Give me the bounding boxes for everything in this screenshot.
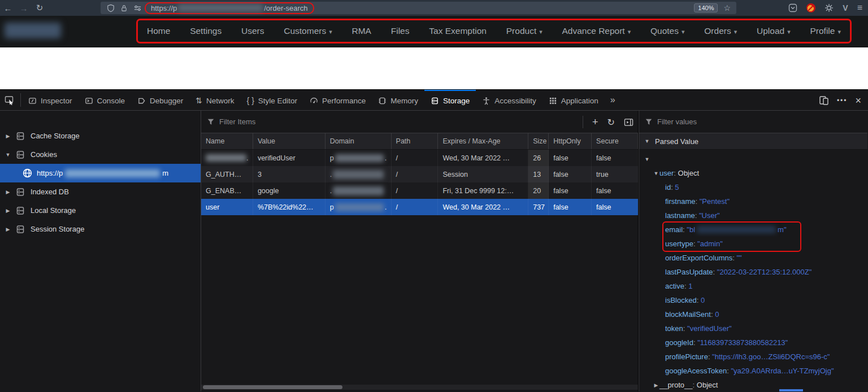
- nav-item-settings[interactable]: Settings: [190, 26, 222, 36]
- tree-prop-lastpasupdate[interactable]: lastPasUpdate: "2022-03-22T12:35:12.000Z…: [639, 265, 867, 279]
- twisty-collapsed-icon[interactable]: ▶: [653, 382, 659, 388]
- pick-element-button[interactable]: [0, 90, 19, 110]
- horizontal-scrollbar[interactable]: [201, 385, 638, 390]
- close-icon[interactable]: ×: [855, 95, 861, 107]
- tree-prop-orderexportcolumns[interactable]: orderExportColumns: "": [639, 251, 867, 265]
- col-header-name[interactable]: Name: [201, 133, 253, 149]
- twisty-expanded-icon[interactable]: ▼: [644, 138, 650, 144]
- scrollbar-thumb[interactable]: [203, 385, 342, 389]
- tab-console[interactable]: Console: [79, 90, 132, 110]
- responsive-mode-icon[interactable]: [819, 95, 829, 106]
- table-actions: + ↻: [583, 111, 633, 133]
- orange-addon-icon[interactable]: [806, 3, 815, 12]
- storage-type-icon: [16, 132, 25, 141]
- nav-item-product[interactable]: Product▾: [506, 26, 542, 36]
- tree-prop-lastname[interactable]: lastname: "User": [639, 208, 867, 223]
- back-button[interactable]: ←: [0, 3, 16, 13]
- tab-inspector[interactable]: Inspector: [22, 90, 79, 110]
- col-header-path[interactable]: Path: [392, 133, 439, 149]
- tree-prop-googleacesstoken[interactable]: googleAcessToken: "ya29.A0ARrda…uY-TZmyj…: [639, 364, 867, 378]
- sidebar-item-session-storage[interactable]: ▶ Session Storage: [0, 220, 201, 238]
- tree-prop-firstname[interactable]: firstname: "Pentest": [639, 194, 867, 208]
- twisty-expanded-icon[interactable]: ▼: [5, 152, 11, 158]
- tree-prop-usertype[interactable]: usertype: "admin": [639, 237, 867, 251]
- parsed-value-panel: Filter values ▼ Parsed Value ▼ ▼user: Ob…: [639, 111, 867, 391]
- col-header-value[interactable]: Value: [253, 133, 326, 149]
- sidebar-item-cache-storage[interactable]: ▶ Cache Storage: [0, 127, 201, 145]
- sidebar-item-cookie-origin[interactable]: https://p m: [0, 164, 201, 182]
- tab-network[interactable]: ⇅ Network: [189, 90, 240, 110]
- gear-addon-icon[interactable]: [824, 3, 834, 12]
- twisty-collapsed-icon[interactable]: ▶: [5, 208, 11, 214]
- tab-style-editor[interactable]: { } Style Editor: [241, 90, 303, 110]
- nav-item-customers[interactable]: Customers▾: [284, 26, 332, 36]
- tab-storage[interactable]: Storage: [424, 90, 476, 110]
- forward-button[interactable]: →: [16, 3, 32, 13]
- filter-items-input[interactable]: Filter Items: [219, 117, 255, 126]
- devtools-menu-icon[interactable]: •••: [837, 97, 848, 104]
- tab-application[interactable]: Application: [542, 90, 605, 110]
- sidebar-item-local-storage[interactable]: ▶ Local Storage: [0, 201, 201, 220]
- table-row[interactable]: G_AUTH… 3 . / Session 13 false true: [201, 166, 638, 182]
- nav-item-tax-exemption[interactable]: Tax Exemption: [429, 26, 487, 36]
- nav-item-users[interactable]: Users: [241, 26, 264, 36]
- tree-node-user[interactable]: ▼user: Object: [639, 166, 867, 180]
- scrollbar-thumb[interactable]: [779, 389, 803, 391]
- nav-item-advance-report[interactable]: Advance Report▾: [562, 26, 631, 36]
- sidebar-item-cookies[interactable]: ▼ Cookies: [0, 145, 201, 164]
- twisty-collapsed-icon[interactable]: ▶: [5, 189, 11, 195]
- nav-item-upload[interactable]: Upload▾: [757, 26, 791, 36]
- nav-item-home[interactable]: Home: [147, 26, 170, 36]
- tree-prop-googleid[interactable]: googleId: "116839733873880582213": [639, 336, 867, 350]
- tab-memory[interactable]: Memory: [372, 90, 424, 110]
- pocket-icon[interactable]: [788, 3, 797, 12]
- v-addon-icon[interactable]: V: [843, 3, 848, 12]
- tree-prop-isblocked[interactable]: isBlocked: 0: [639, 293, 867, 307]
- twisty-collapsed-icon[interactable]: ▶: [5, 227, 11, 232]
- hamburger-menu-icon[interactable]: ≡: [857, 3, 862, 13]
- nav-item-files[interactable]: Files: [391, 26, 410, 36]
- nav-item-rma[interactable]: RMA: [352, 26, 371, 36]
- tree-prop-id[interactable]: id: 5: [639, 180, 867, 194]
- tab-performance[interactable]: Performance: [303, 90, 372, 110]
- col-header-size[interactable]: Size: [528, 133, 549, 149]
- tree-prop-active[interactable]: active: 1: [639, 279, 867, 293]
- tree-prop-blockmailsent[interactable]: blockMailSent: 0: [639, 307, 867, 321]
- twisty-collapsed-icon[interactable]: ▶: [5, 133, 11, 139]
- url-redaction: [178, 5, 263, 11]
- tree-prop-email[interactable]: email: "blm": [639, 223, 867, 237]
- add-item-button[interactable]: +: [592, 116, 598, 128]
- twisty-expanded-icon[interactable]: ▼: [653, 171, 659, 176]
- nav-item-orders[interactable]: Orders▾: [704, 26, 737, 36]
- col-header-secure[interactable]: Secure: [592, 133, 638, 149]
- sidebar-item-indexed-db[interactable]: ▶ Indexed DB: [0, 182, 201, 201]
- tab-accessibility[interactable]: Accessibility: [476, 90, 542, 110]
- bookmark-star-icon[interactable]: ☆: [723, 3, 731, 12]
- col-header-httponly[interactable]: HttpOnly: [549, 133, 592, 149]
- nav-item-quotes[interactable]: Quotes▾: [650, 26, 685, 36]
- table-row[interactable]: . verifiedUser p. / Wed, 30 Mar 2022 … 2…: [201, 150, 638, 166]
- url-bar[interactable]: https://p /order-search 140% ☆: [101, 2, 736, 14]
- filter-values-input[interactable]: Filter values: [657, 117, 697, 126]
- reload-button[interactable]: ↻: [32, 3, 47, 13]
- zoom-level-badge[interactable]: 140%: [694, 3, 718, 12]
- parsed-value-header[interactable]: ▼ Parsed Value: [639, 133, 867, 150]
- table-row-selected[interactable]: user %7B%22id%22… p. / Wed, 30 Mar 2022 …: [201, 199, 638, 215]
- tree-prop-profilepicture[interactable]: profilePicture: "https://lh3.goo…ZSli6DQ…: [639, 350, 867, 364]
- tree-root[interactable]: ▼: [639, 152, 867, 166]
- cell-httponly: false: [549, 199, 592, 215]
- twisty-expanded-icon[interactable]: ▼: [644, 156, 650, 162]
- table-row[interactable]: G_ENAB… google . / Fri, 31 Dec 9999 12:……: [201, 182, 638, 199]
- tree-node-proto[interactable]: ▶__proto__: Object: [639, 378, 867, 392]
- shield-icon[interactable]: [107, 4, 115, 12]
- tree-prop-token[interactable]: token: "verifiedUser": [639, 321, 867, 336]
- nav-item-profile[interactable]: Profile▾: [810, 26, 840, 36]
- col-header-expires[interactable]: Expires / Max-Age: [438, 133, 528, 149]
- refresh-items-button[interactable]: ↻: [607, 117, 615, 128]
- lock-icon[interactable]: [120, 4, 128, 12]
- permissions-icon[interactable]: [133, 4, 142, 12]
- toggle-sidebar-button[interactable]: [624, 118, 633, 127]
- more-tabs-chevron-icon[interactable]: »: [605, 90, 621, 110]
- tab-debugger[interactable]: Debugger: [131, 90, 189, 110]
- col-header-domain[interactable]: Domain: [326, 133, 392, 149]
